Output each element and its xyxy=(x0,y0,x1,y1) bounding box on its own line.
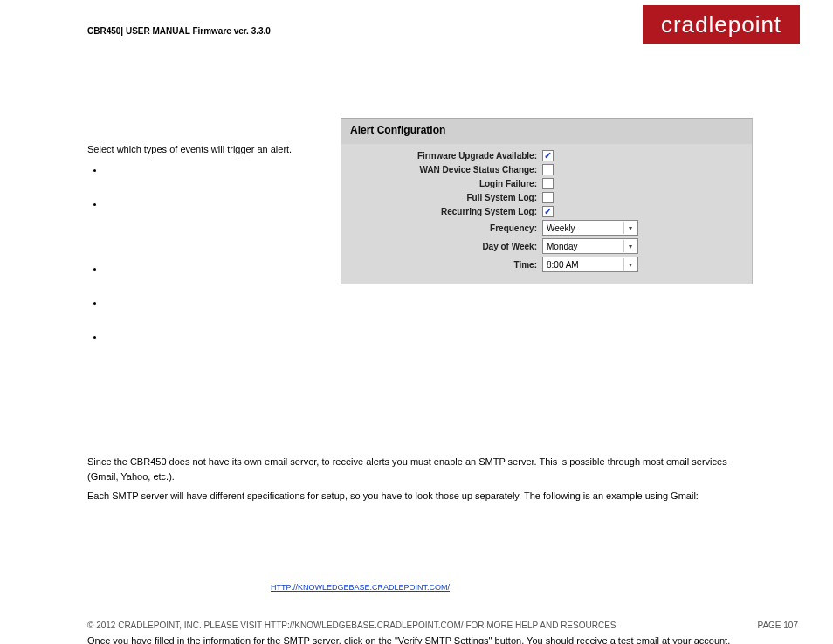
label: Server Port: xyxy=(122,528,177,538)
smtp-p3: Once you have filled in the information … xyxy=(87,634,751,644)
copyright-text: © 2012 CRADLEPOINT, INC. PLEASE VISIT HT… xyxy=(87,620,616,630)
gmail-settings-list: Server Address: smtp.gmail.com Server Po… xyxy=(122,509,751,627)
brand-logo: cradlepoint xyxy=(643,5,800,44)
list-item: From Address: Your email address xyxy=(122,594,751,610)
list-item: Full System Log: The system log has fill… xyxy=(105,295,332,325)
intro-paragraph: Select which types of events will trigge… xyxy=(87,142,314,157)
list-item: Authentication Required: For Gmail, mark… xyxy=(122,543,751,558)
list-item: Server Address: smtp.gmail.com xyxy=(122,509,751,524)
smtp-title: 8.1.3 SMTP Mail Server xyxy=(87,437,751,449)
term: WAN Device Status Change: xyxy=(105,198,234,209)
list-item: Login Failure: A failed login attempt ha… xyxy=(105,261,332,291)
list-item: Server Port: 587 (for TLS, or Transport … xyxy=(122,526,751,542)
value: 587 (for TLS, or Transport Layer Securit… xyxy=(177,528,532,538)
value: smtp.gmail.com xyxy=(196,510,266,521)
term: Firmware Upgrade Available: xyxy=(105,164,237,175)
value: For Gmail, mark this checkbox. xyxy=(237,545,372,555)
label: Server Address: xyxy=(122,510,196,521)
term: Recurring System Log: xyxy=(105,331,210,341)
value: Your email address xyxy=(190,596,275,606)
list-item: WAN Device Status Change: An attached WA… xyxy=(105,196,332,257)
label: Password: xyxy=(122,579,171,589)
document-content: 8.1.2 Alert Configuration Select which t… xyxy=(87,122,751,644)
label: User Name: xyxy=(122,562,176,572)
list-item: User Name: Your full email address xyxy=(122,560,751,576)
smtp-p2: Each SMTP server will have different spe… xyxy=(87,489,751,504)
label: From Address: xyxy=(122,596,190,606)
label: Authentication Required: xyxy=(122,545,237,555)
list-item: Recurring System Log: The system log is … xyxy=(105,329,332,406)
header-line: CBR450| USER MANUAL Firmware ver. 3.3.0 xyxy=(87,26,271,36)
term: Login Failure: xyxy=(105,263,169,273)
footer-copyright: © 2012 CRADLEPOINT, INC. PLEASE VISIT HT… xyxy=(87,620,616,630)
alert-type-list: Firmware Upgrade Available: A firmware u… xyxy=(105,162,332,407)
desc: The system log is sent periodically. Thi… xyxy=(105,331,327,402)
value: Your Gmail password xyxy=(171,579,265,589)
value: Your full email address xyxy=(176,562,275,572)
list-item: Firmware Upgrade Available: A firmware u… xyxy=(105,162,332,193)
section-title: 8.1.2 Alert Configuration xyxy=(87,122,751,135)
kb-link[interactable]: HTTP://KNOWLEDGEBASE.CRADLEPOINT.COM/ xyxy=(271,583,450,592)
term: Full System Log: xyxy=(105,297,182,307)
smtp-section: 8.1.3 SMTP Mail Server Since the CBR450 … xyxy=(87,437,751,644)
page-number: PAGE 107 xyxy=(757,620,798,630)
smtp-p1: Since the CBR450 does not have its own e… xyxy=(87,455,751,483)
